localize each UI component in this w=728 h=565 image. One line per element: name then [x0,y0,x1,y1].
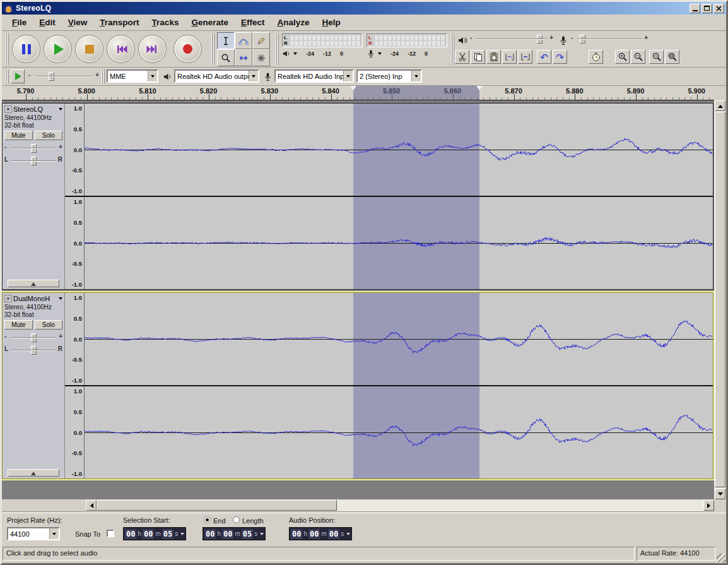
minimize-button[interactable] [690,4,700,13]
zoom-in-button[interactable] [615,50,630,64]
pan-slider[interactable]: L R [4,345,62,355]
selection-handle-right[interactable] [476,86,483,93]
cut-button[interactable] [455,50,469,64]
timeshift-tool-button[interactable] [235,49,252,66]
vertical-scroll-thumb[interactable] [715,112,725,487]
scroll-left-button[interactable] [86,500,97,511]
input-volume-slider[interactable]: - + [571,33,648,45]
play-button[interactable] [44,35,72,63]
playback-speed-slider[interactable]: - + [28,71,99,82]
gain-slider[interactable]: - + [4,332,62,342]
vertical-scrollbar[interactable] [714,100,726,499]
silence-audio-button[interactable] [518,50,532,64]
mixer-toolbar-grip[interactable] [451,33,454,65]
copy-button[interactable] [471,50,485,64]
menu-transport[interactable]: Transport [93,16,145,29]
project-rate-select[interactable]: 44100 [7,527,60,540]
output-meter-dropdown-icon[interactable] [293,52,297,57]
input-device-dropdown[interactable] [343,71,353,81]
scroll-up-button[interactable] [715,100,725,111]
play-at-speed-button[interactable] [11,69,25,83]
horizontal-scrollbar[interactable] [86,500,714,511]
project-rate-dropdown[interactable] [49,528,59,539]
draw-tool-button[interactable] [252,32,270,49]
track-area[interactable]: × StereoLQ Stereo, 44100Hz 32-bit float … [2,100,714,499]
track-menu-dropdown-icon[interactable] [59,108,62,112]
vertical-ruler[interactable]: 1.00.50.0-0.5-1.0 [65,104,85,196]
output-meter[interactable]: L R -24 -12 0 [282,33,363,64]
mute-button[interactable]: Mute [4,131,33,140]
device-toolbar-grip[interactable] [102,69,105,83]
menu-effect[interactable]: Effect [235,16,271,29]
fit-project-button[interactable] [665,50,679,64]
zoom-tool-button[interactable] [217,49,235,66]
undo-button[interactable]: ↶ [537,50,551,64]
input-channels-dropdown[interactable] [411,71,421,81]
solo-button[interactable]: Solo [35,320,63,330]
menu-help[interactable]: Help [316,16,347,29]
track-collapse-button[interactable] [8,469,59,477]
end-radio-label[interactable]: End [213,517,226,525]
selection-tool-button[interactable] [217,32,235,49]
selection-handle-left[interactable] [350,86,356,93]
gain-slider[interactable]: - + [4,143,62,153]
menu-view[interactable]: View [62,16,94,29]
waveform-canvas[interactable] [85,293,713,385]
end-field-dropdown-icon[interactable] [260,533,264,537]
input-channels-select[interactable]: 2 (Stereo) Inp [356,69,422,83]
track-name[interactable]: DualMonoH [13,295,57,302]
audio-position-field[interactable]: 00h 00m 00s [289,527,352,540]
meter-toolbar-grip[interactable] [276,33,279,65]
track-name[interactable]: StereoLQ [13,105,57,113]
output-device-dropdown[interactable] [249,71,258,81]
track-collapse-button[interactable] [8,280,59,287]
multi-tool-button[interactable] [252,49,270,66]
start-field-dropdown-icon[interactable] [180,533,184,537]
input-meter-dropdown-icon[interactable] [378,52,382,57]
menu-edit[interactable]: Edit [33,16,62,29]
fit-selection-button[interactable] [649,50,664,64]
input-device-select[interactable]: Realtek HD Audio Input: [274,69,354,83]
audio-host-dropdown[interactable] [148,71,157,81]
audio-field-dropdown-icon[interactable] [346,533,350,537]
selection-start-field[interactable]: 00h 00m 05s [123,527,186,540]
vertical-ruler[interactable]: 1.00.50.0-0.5-1.0 [65,293,85,385]
track-close-button[interactable]: × [4,105,12,113]
menu-generate[interactable]: Generate [185,16,235,29]
menu-tracks[interactable]: Tracks [146,16,185,29]
length-radio-label[interactable]: Length [242,517,264,525]
paste-button[interactable] [486,50,501,64]
trim-audio-button[interactable] [502,50,517,64]
tools-toolbar-grip[interactable] [211,33,214,65]
waveform-canvas[interactable] [85,197,713,289]
transcription-toolbar-grip[interactable] [6,69,9,83]
envelope-tool-button[interactable] [235,32,252,49]
maximize-button[interactable] [702,4,712,13]
length-radio[interactable] [233,516,240,523]
end-radio[interactable] [204,516,211,523]
solo-button[interactable]: Solo [35,131,63,140]
output-volume-slider[interactable]: - + [470,33,553,45]
redo-button[interactable]: ↷ [553,50,567,64]
close-button[interactable] [713,4,724,13]
timeline-ruler[interactable]: 5.7905.8005.8105.8205.8305.8405.8505.860… [2,86,714,100]
window-resize-grip[interactable] [717,554,725,562]
stop-button[interactable] [75,35,103,63]
waveform-canvas[interactable] [85,104,713,196]
output-device-select[interactable]: Realtek HD Audio outpu [174,69,259,83]
mute-button[interactable]: Mute [4,320,33,330]
skip-to-end-button[interactable] [138,35,167,63]
selection-end-field[interactable]: 00h 00m 05s [203,527,266,540]
scroll-right-button[interactable] [703,500,714,511]
sync-lock-button[interactable] [589,50,603,64]
skip-to-start-button[interactable] [107,35,135,63]
vertical-ruler[interactable]: 1.00.50.0-0.5-1.0 [65,386,85,479]
transport-toolbar-grip[interactable] [6,33,9,65]
snap-to-checkbox[interactable] [107,530,114,537]
audio-host-select[interactable]: MME [107,69,158,83]
menu-analyze[interactable]: Analyze [271,16,315,29]
menu-file[interactable]: File [6,16,33,29]
track-close-button[interactable]: × [4,295,12,302]
horizontal-scroll-thumb[interactable] [97,500,337,511]
pan-slider[interactable]: L R [4,155,62,165]
